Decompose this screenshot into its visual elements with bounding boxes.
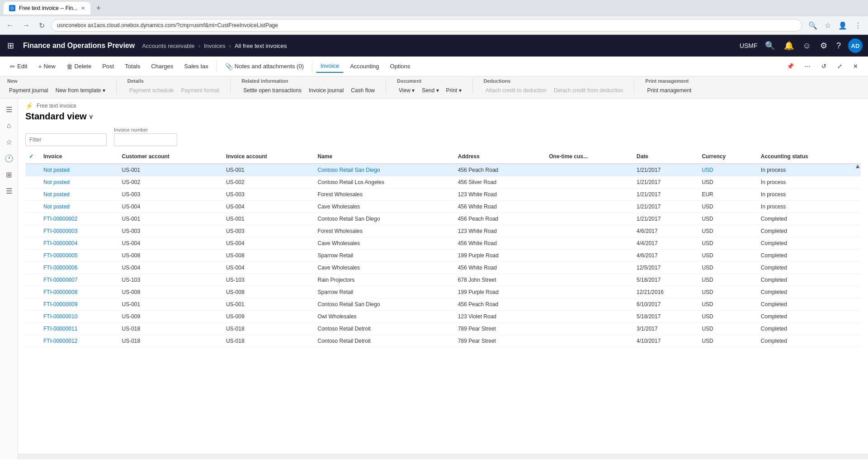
horizontal-scrollbar[interactable] — [18, 454, 868, 459]
delete-button[interactable]: 🗑 Delete — [62, 60, 96, 73]
cell-invoice[interactable]: FTI-00000002 — [40, 213, 118, 225]
grid-icon[interactable]: ⊞ — [5, 39, 16, 52]
filter-input[interactable] — [25, 133, 107, 146]
breadcrumb-invoices[interactable]: Invoices — [204, 43, 226, 49]
col-one-time[interactable]: One-time cus... — [545, 150, 633, 164]
table-row[interactable]: Not postedUS-001US-001Contoso Retail San… — [25, 164, 861, 176]
address-bar[interactable] — [51, 19, 802, 32]
close-tab-button[interactable]: ✕ — [81, 5, 85, 11]
notes-button[interactable]: 📎 Notes and attachments (0) — [221, 60, 308, 73]
help-icon[interactable]: ? — [835, 39, 843, 52]
row-checkbox[interactable] — [25, 262, 40, 274]
col-invoice-account[interactable]: Invoice account — [222, 150, 314, 164]
row-checkbox[interactable] — [25, 176, 40, 189]
select-all-col[interactable]: ✓ — [25, 150, 40, 164]
avatar[interactable]: AD — [848, 38, 863, 53]
cell-invoice[interactable]: Not posted — [40, 189, 118, 201]
view-title-dropdown[interactable]: ∨ — [89, 113, 93, 120]
col-address[interactable]: Address — [454, 150, 545, 164]
table-row[interactable]: FTI-00000003US-003US-003Forest Wholesale… — [25, 225, 861, 237]
cell-invoice[interactable]: FTI-00000012 — [40, 335, 118, 347]
row-checkbox[interactable] — [25, 201, 40, 213]
table-row[interactable]: FTI-00000012US-018US-018Contoso Retail D… — [25, 335, 861, 347]
active-tab[interactable]: D Free text invoice -- Fin... ✕ — [4, 2, 90, 14]
post-button[interactable]: Post — [98, 60, 118, 72]
sidebar-workspaces-icon[interactable]: ⊞ — [2, 167, 16, 182]
row-checkbox[interactable] — [25, 335, 40, 347]
invoice-journal-button[interactable]: Invoice journal — [307, 86, 345, 95]
table-row[interactable]: FTI-00000006US-004US-004Cave Wholesales4… — [25, 262, 861, 274]
new-button[interactable]: + New — [33, 60, 60, 73]
cell-invoice[interactable]: FTI-00000010 — [40, 311, 118, 323]
row-checkbox[interactable] — [25, 189, 40, 201]
row-checkbox[interactable] — [25, 286, 40, 298]
row-checkbox[interactable] — [25, 213, 40, 225]
cell-invoice[interactable]: FTI-00000009 — [40, 298, 118, 311]
table-row[interactable]: FTI-00000009US-001US-001Contoso Retail S… — [25, 298, 861, 311]
cash-flow-button[interactable]: Cash flow — [349, 86, 377, 95]
col-invoice[interactable]: Invoice — [40, 150, 118, 164]
table-row[interactable]: FTI-00000007US-103US-103Rain Projectors6… — [25, 274, 861, 286]
pin-button[interactable]: 📌 — [782, 60, 798, 72]
bookmark-button[interactable]: ☆ — [822, 19, 834, 32]
col-customer-account[interactable]: Customer account — [118, 150, 222, 164]
more-button[interactable]: ⋯ — [800, 60, 815, 72]
row-checkbox[interactable] — [25, 323, 40, 335]
row-checkbox[interactable] — [25, 237, 40, 250]
charges-button[interactable]: Charges — [146, 60, 178, 72]
profile-button[interactable]: 👤 — [835, 19, 850, 32]
table-row[interactable]: Not postedUS-003US-003Forest Wholesales1… — [25, 189, 861, 201]
cell-invoice[interactable]: FTI-00000006 — [40, 262, 118, 274]
col-date[interactable]: Date — [633, 150, 698, 164]
col-name[interactable]: Name — [314, 150, 454, 164]
table-row[interactable]: FTI-00000008US-008US-008Sparrow Retail19… — [25, 286, 861, 298]
sidebar-star-icon[interactable]: ☆ — [2, 135, 16, 149]
cell-invoice[interactable]: FTI-00000007 — [40, 274, 118, 286]
expand-button[interactable]: ⤢ — [833, 60, 847, 72]
table-row[interactable]: FTI-00000002US-001US-001Contoso Retail S… — [25, 213, 861, 225]
row-checkbox[interactable] — [25, 164, 40, 176]
print-dropdown-button[interactable]: Print ▾ — [444, 86, 463, 95]
totals-button[interactable]: Totals — [120, 60, 145, 72]
cell-invoice[interactable]: FTI-00000005 — [40, 250, 118, 262]
send-dropdown-button[interactable]: Send ▾ — [420, 86, 440, 95]
row-checkbox[interactable] — [25, 311, 40, 323]
edit-button[interactable]: ✏ Edit — [5, 60, 32, 73]
table-row[interactable]: Not postedUS-004US-004Cave Wholesales456… — [25, 201, 861, 213]
cell-invoice[interactable]: FTI-00000008 — [40, 286, 118, 298]
cell-invoice[interactable]: Not posted — [40, 164, 118, 176]
sidebar-recent-icon[interactable]: 🕐 — [2, 151, 16, 166]
sidebar-home-icon[interactable]: ⌂ — [2, 118, 16, 133]
col-currency[interactable]: Currency — [698, 150, 757, 164]
cell-invoice[interactable]: Not posted — [40, 201, 118, 213]
settle-open-button[interactable]: Settle open transactions — [241, 86, 303, 95]
print-management-button[interactable]: Print management — [645, 86, 693, 95]
row-checkbox[interactable] — [25, 225, 40, 237]
cell-invoice[interactable]: FTI-00000011 — [40, 323, 118, 335]
invoice-tab[interactable]: Invoice — [316, 60, 344, 73]
row-checkbox[interactable] — [25, 250, 40, 262]
sidebar-menu-icon[interactable]: ☰ — [2, 102, 16, 117]
breadcrumb-accounts[interactable]: Accounts receivable — [142, 43, 194, 49]
table-row[interactable]: FTI-00000004US-004US-004Cave Wholesales4… — [25, 237, 861, 250]
options-tab[interactable]: Options — [386, 60, 415, 72]
zoom-button[interactable]: 🔍 — [806, 19, 820, 32]
accounting-tab[interactable]: Accounting — [345, 60, 383, 72]
search-icon[interactable]: 🔍 — [763, 39, 777, 52]
close-panel-button[interactable]: ✕ — [849, 60, 863, 72]
table-row[interactable]: FTI-00000005US-008US-008Sparrow Retail19… — [25, 250, 861, 262]
refresh-button[interactable]: ↻ — [36, 19, 47, 32]
menu-button[interactable]: ⋮ — [852, 19, 864, 32]
row-checkbox[interactable] — [25, 274, 40, 286]
invoice-number-input[interactable] — [114, 133, 177, 146]
refresh-content-button[interactable]: ↺ — [817, 60, 831, 72]
cell-invoice[interactable]: FTI-00000004 — [40, 237, 118, 250]
col-accounting-status[interactable]: Accounting status — [757, 150, 861, 164]
settings-icon[interactable]: ⚙ — [818, 39, 829, 52]
new-tab-button[interactable]: + — [92, 4, 104, 13]
filter-icon[interactable]: ⚡ — [25, 102, 33, 109]
sales-tax-button[interactable]: Sales tax — [179, 60, 212, 72]
cell-invoice[interactable]: FTI-00000003 — [40, 225, 118, 237]
table-row[interactable]: Not postedUS-002US-002Contoso Retail Los… — [25, 176, 861, 189]
sidebar-list-icon[interactable]: ☰ — [2, 184, 16, 198]
